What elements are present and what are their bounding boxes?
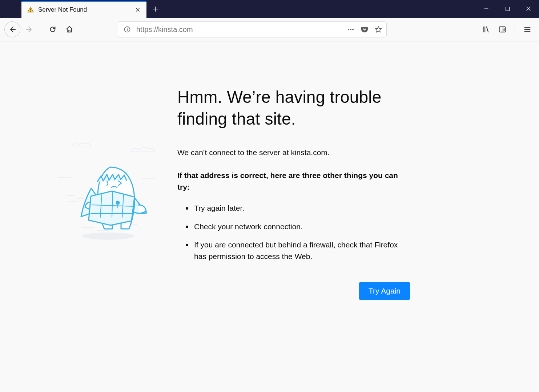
url-bar[interactable]	[118, 21, 387, 37]
svg-point-11	[82, 233, 134, 240]
bookmark-star-icon[interactable]	[373, 24, 384, 35]
url-input[interactable]	[134, 25, 343, 34]
svg-point-7	[350, 29, 351, 30]
window-controls	[476, 0, 539, 17]
browser-tab[interactable]: Server Not Found	[21, 1, 146, 18]
page-actions-button[interactable]	[345, 24, 357, 35]
error-message: We can’t connect to the server at kinsta…	[177, 147, 410, 158]
window-minimize-button[interactable]	[476, 0, 497, 17]
new-tab-button[interactable]	[146, 0, 165, 18]
list-item: Try again later.	[193, 201, 410, 214]
list-item: If you are connected but behind a firewa…	[193, 238, 410, 262]
reload-button[interactable]	[45, 22, 60, 37]
svg-point-10	[504, 28, 504, 29]
title-bar: Server Not Found	[0, 0, 539, 18]
error-text-column: Hmm. We’re having trouble finding that s…	[177, 86, 410, 300]
svg-rect-5	[127, 29, 128, 31]
try-again-button[interactable]: Try Again	[359, 282, 410, 300]
error-subheading: If that address is correct, here are thr…	[177, 170, 410, 193]
hamburger-menu-icon[interactable]	[520, 22, 535, 37]
home-button[interactable]	[62, 22, 77, 37]
library-icon[interactable]	[478, 22, 493, 37]
svg-point-8	[352, 29, 354, 30]
svg-rect-1	[30, 11, 31, 12]
svg-point-6	[348, 29, 349, 30]
window-close-button[interactable]	[518, 0, 539, 17]
svg-point-4	[127, 28, 128, 29]
pocket-icon[interactable]	[359, 24, 370, 35]
error-heading: Hmm. We’re having trouble finding that s…	[177, 86, 410, 130]
error-tips-list: Try again later. Check your network conn…	[193, 201, 410, 262]
list-item: Check your network connection.	[193, 220, 410, 233]
tab-strip-spacer	[0, 0, 21, 18]
window-maximize-button[interactable]	[497, 0, 518, 17]
toolbar-separator	[515, 23, 515, 36]
error-illustration	[47, 86, 177, 300]
error-page-content: Hmm. We’re having trouble finding that s…	[0, 41, 539, 300]
tab-title: Server Not Found	[38, 6, 133, 13]
sidebar-icon[interactable]	[495, 22, 510, 37]
forward-button[interactable]	[22, 22, 37, 37]
tab-close-button[interactable]	[133, 5, 142, 14]
identity-info-icon[interactable]	[122, 25, 132, 34]
svg-rect-2	[506, 7, 509, 11]
svg-rect-0	[30, 9, 31, 11]
warning-icon	[27, 6, 35, 14]
navigation-toolbar	[0, 18, 539, 41]
back-button[interactable]	[4, 21, 20, 37]
